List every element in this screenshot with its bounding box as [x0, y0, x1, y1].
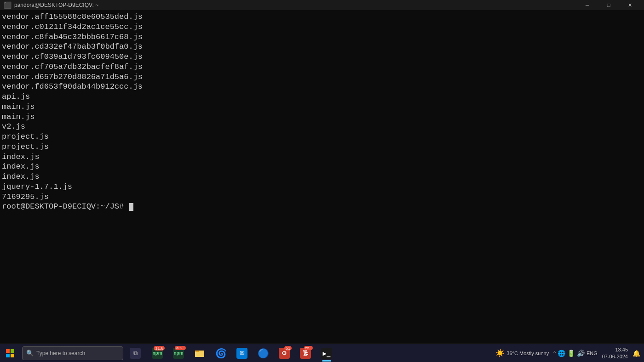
taskbar-search[interactable]: 🔍 Type here to search: [22, 346, 123, 360]
npma-badge: 11.6: [154, 346, 165, 351]
windows-logo-icon: [6, 349, 14, 357]
task-view-icon: ⧉: [130, 348, 141, 359]
taskbar-app-npma[interactable]: npm 11.6: [147, 344, 167, 362]
systray: ^ 🌐 🔋 🔊 ENG: [553, 350, 598, 357]
weather-widget[interactable]: ☀️ 36°C Mostly sunny: [494, 349, 551, 357]
taskbar-apps: npm 11.6 npm a32.. 🌀 ✉: [145, 344, 494, 362]
npm2-badge: a32..: [175, 346, 186, 350]
svg-rect-2: [6, 354, 10, 357]
edge-icon: 🌀: [215, 348, 226, 359]
chrome-icon: 🔵: [258, 348, 269, 359]
volume-icon[interactable]: 🔊: [577, 350, 585, 357]
terminal-line: vendor.fd653f90dab44b912ccc.js: [2, 82, 642, 92]
terminal-line: vendor.cf039a1d793fc609450e.js: [2, 52, 642, 62]
search-icon: 🔍: [26, 350, 34, 356]
terminal-window[interactable]: vendor.aff155588c8e60535ded.jsvendor.c01…: [0, 10, 644, 344]
clock-time: 13:45: [615, 346, 628, 353]
title-bar-title: pandora@DESKTOP-D9ECIQV: ~: [14, 2, 98, 8]
start-button[interactable]: [0, 344, 20, 362]
taskbar-app-terminal[interactable]: ▶_: [316, 344, 337, 362]
terminal-taskbar-icon: ▶_: [321, 348, 332, 359]
terminal-line: vendor.cf705a7db32bacfef8af.js: [2, 62, 642, 72]
taskbar-app-archive[interactable]: 🗜 55..: [295, 344, 316, 362]
explorer-icon: [194, 348, 205, 359]
terminal-line: project.js: [2, 142, 642, 152]
taskmanager-badge: 51: [284, 346, 292, 351]
terminal-line: index.js: [2, 162, 642, 172]
weather-text: 36°C Mostly sunny: [506, 351, 549, 356]
terminal-icon: ⬛: [4, 1, 12, 9]
close-button[interactable]: ✕: [619, 0, 640, 10]
terminal-line: vendor.aff155588c8e60535ded.js: [2, 12, 642, 22]
notification-icon[interactable]: 🔔: [632, 350, 640, 357]
svg-rect-6: [195, 351, 199, 352]
network-icon[interactable]: 🌐: [558, 350, 565, 357]
clock-date: 07-06-2024: [602, 353, 628, 360]
terminal-line: vendor.cd332ef47bab3f0bdfa0.js: [2, 42, 642, 52]
maximize-button[interactable]: □: [598, 0, 619, 10]
search-placeholder: Type here to search: [36, 350, 85, 356]
terminal-prompt: root@DESKTOP-D9ECIQV:~/JS#: [2, 202, 642, 212]
weather-icon: ☀️: [495, 349, 505, 357]
archive-badge: 55..: [304, 346, 313, 350]
terminal-line: vendor.c01211f34d2ac1ce55cc.js: [2, 22, 642, 32]
taskbar-app-edge[interactable]: 🌀: [211, 344, 231, 362]
task-view-button[interactable]: ⧉: [125, 344, 145, 362]
taskbar-app-taskmanager[interactable]: ⚙ 51: [274, 344, 294, 362]
taskbar-app-explorer[interactable]: [190, 344, 210, 362]
svg-rect-5: [195, 351, 204, 357]
svg-rect-0: [6, 349, 10, 353]
terminal-cursor: [129, 203, 133, 211]
terminal-line: vendor.d657b270d8826a71d5a6.js: [2, 72, 642, 82]
terminal-line: project.js: [2, 132, 642, 142]
title-bar: ⬛ pandora@DESKTOP-D9ECIQV: ~ ─ □ ✕: [0, 0, 644, 10]
taskbar-app-npm2[interactable]: npm a32..: [168, 344, 189, 362]
terminal-line: 7169295.js: [2, 192, 642, 202]
minimize-button[interactable]: ─: [577, 0, 598, 10]
prompt-text: root@DESKTOP-D9ECIQV:~/JS#: [2, 202, 128, 212]
systray-expand-icon[interactable]: ^: [553, 351, 556, 356]
terminal-line: index.js: [2, 172, 642, 182]
system-clock[interactable]: 13:45 07-06-2024: [600, 346, 630, 360]
terminal-line: main.js: [2, 102, 642, 112]
terminal-line: api.js: [2, 92, 642, 102]
taskbar: 🔍 Type here to search ⧉ npm 11.6 npm a32…: [0, 344, 644, 362]
taskbar-app-chrome[interactable]: 🔵: [253, 344, 273, 362]
taskbar-app-mail[interactable]: ✉: [232, 344, 252, 362]
battery-icon[interactable]: 🔋: [567, 350, 575, 357]
title-bar-controls: ─ □ ✕: [577, 0, 640, 10]
svg-rect-1: [11, 349, 14, 353]
svg-rect-3: [11, 354, 14, 357]
terminal-line: index.js: [2, 152, 642, 162]
terminal-line: main.js: [2, 112, 642, 122]
terminal-line: jquery-1.7.1.js: [2, 182, 642, 192]
terminal-line: v2.js: [2, 122, 642, 132]
terminal-line: vendor.c8fab45c32bbb6617c68.js: [2, 32, 642, 42]
mail-icon: ✉: [236, 348, 247, 359]
title-bar-left: ⬛ pandora@DESKTOP-D9ECIQV: ~: [4, 1, 98, 9]
taskbar-right: ☀️ 36°C Mostly sunny ^ 🌐 🔋 🔊 ENG 13:45 0…: [494, 344, 644, 362]
language-indicator[interactable]: ENG: [586, 351, 598, 356]
